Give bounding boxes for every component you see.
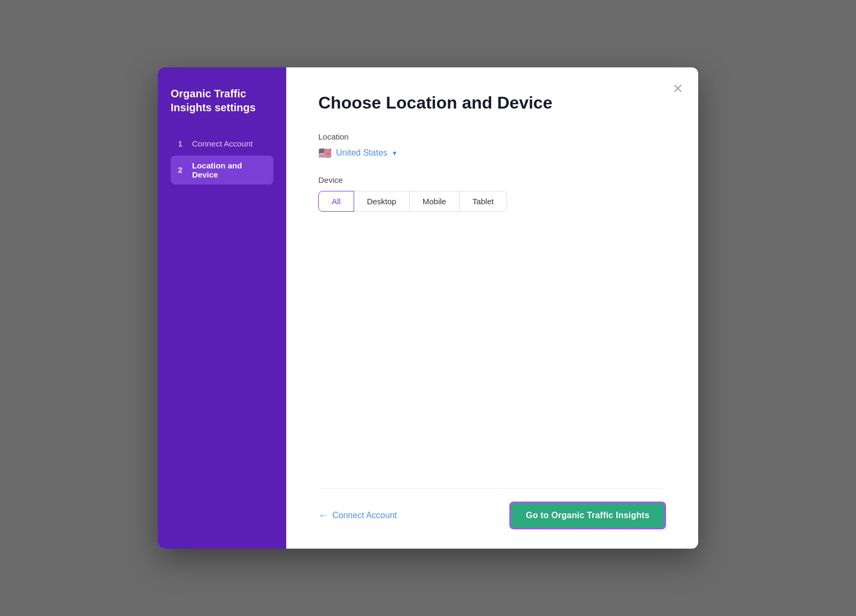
location-label: Location — [318, 132, 666, 141]
close-icon: ✕ — [672, 82, 683, 95]
modal: Organic Traffic Insights settings 1 Conn… — [158, 67, 698, 549]
device-btn-mobile[interactable]: Mobile — [410, 191, 460, 212]
sidebar-item-location-device[interactable]: 2 Location and Device — [171, 156, 273, 184]
sidebar-item-number-1: 1 — [178, 140, 187, 148]
chevron-down-icon: ▾ — [393, 149, 396, 157]
sidebar-item-connect-account[interactable]: 1 Connect Account — [171, 134, 273, 153]
page-title: Choose Location and Device — [318, 93, 666, 113]
sidebar: Organic Traffic Insights settings 1 Conn… — [158, 67, 286, 549]
back-button[interactable]: ← Connect Account — [318, 510, 397, 521]
modal-footer: ← Connect Account Go to Organic Traffic … — [318, 488, 666, 529]
device-btn-desktop[interactable]: Desktop — [354, 191, 410, 212]
sidebar-item-label-connect-account: Connect Account — [192, 139, 253, 148]
device-section: Device All Desktop Mobile Tablet — [318, 175, 666, 212]
device-button-group: All Desktop Mobile Tablet — [318, 191, 666, 212]
back-label: Connect Account — [332, 511, 397, 520]
sidebar-nav: 1 Connect Account 2 Location and Device — [171, 134, 273, 184]
sidebar-item-number-2: 2 — [178, 166, 187, 174]
close-button[interactable]: ✕ — [670, 80, 685, 97]
back-arrow-icon: ← — [318, 510, 328, 521]
modal-overlay: Organic Traffic Insights settings 1 Conn… — [0, 0, 856, 616]
device-btn-all[interactable]: All — [318, 191, 354, 212]
sidebar-title: Organic Traffic Insights settings — [171, 87, 273, 114]
sidebar-item-label-location-device: Location and Device — [192, 161, 266, 179]
location-section: Location 🇺🇸 United States ▾ — [318, 132, 666, 175]
main-content: ✕ Choose Location and Device Location 🇺🇸… — [286, 67, 698, 549]
location-value: United States — [336, 148, 387, 158]
flag-icon: 🇺🇸 — [318, 148, 332, 158]
device-label: Device — [318, 175, 666, 184]
go-to-organic-traffic-insights-button[interactable]: Go to Organic Traffic Insights — [509, 502, 666, 529]
device-btn-tablet[interactable]: Tablet — [460, 191, 507, 212]
location-selector[interactable]: 🇺🇸 United States ▾ — [318, 148, 666, 158]
